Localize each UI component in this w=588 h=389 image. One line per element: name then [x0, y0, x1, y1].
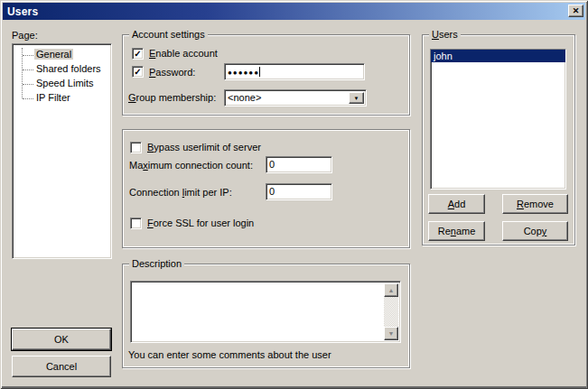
description-textarea[interactable]: ▲ ▼ — [130, 281, 401, 343]
group-membership-dropdown[interactable]: <none> ▼ — [224, 89, 367, 107]
enable-account-label: Enable account — [149, 48, 218, 59]
title-bar[interactable]: Users ✕ — [3, 3, 585, 20]
users-dialog: Users ✕ Page: General Shared folders Spe… — [0, 0, 588, 389]
tree-item-general[interactable]: General — [13, 48, 111, 62]
add-user-label: Add — [448, 199, 466, 209]
dropdown-selected-value: <none> — [228, 92, 261, 103]
description-value — [131, 282, 136, 285]
close-icon[interactable]: ✕ — [568, 5, 583, 17]
page-label: Page: — [12, 30, 38, 41]
tree-item-label[interactable]: Shared folders — [34, 63, 103, 74]
account-settings-group: Account settings ✓ Enable account ✓ Pass… — [122, 34, 410, 116]
ok-button[interactable]: OK — [12, 329, 111, 350]
max-connection-count-input[interactable]: 0 — [266, 156, 332, 173]
remove-user-label: Remove — [517, 199, 554, 209]
force-ssl-label: Force SSL for user login — [147, 218, 254, 228]
description-hint: You can enter some comments about the us… — [128, 349, 331, 360]
password-masked-value: ●●●●●● — [228, 69, 259, 77]
text-caret — [259, 67, 260, 77]
tree-branch-icon — [23, 98, 33, 99]
remove-user-button[interactable]: Remove — [502, 194, 568, 214]
max-connection-count-label: Maximum connection count: — [129, 160, 253, 171]
description-group: Description ▲ ▼ You can enter some comme… — [122, 264, 410, 368]
connection-limit-per-ip-label: Connection limit per IP: — [129, 187, 232, 198]
copy-user-label: Copy — [524, 226, 547, 236]
enable-account-checkbox[interactable]: ✓ — [132, 48, 144, 60]
force-ssl-checkbox[interactable] — [130, 218, 142, 229]
users-group-title: Users — [429, 29, 461, 40]
tree-item-label[interactable]: Speed Limits — [34, 78, 96, 88]
tree-item-ip-filter[interactable]: IP Filter — [13, 91, 111, 106]
bypass-userlimit-checkbox[interactable] — [130, 142, 142, 153]
password-checkbox[interactable]: ✓ — [132, 66, 144, 78]
users-group: Users john Add Remove Rename Copy — [422, 34, 575, 245]
cancel-label: Cancel — [46, 361, 77, 372]
users-listbox[interactable]: john — [430, 49, 566, 190]
tree-branch-icon — [23, 69, 33, 70]
checkmark-icon: ✓ — [134, 67, 141, 77]
password-label: Password: — [149, 67, 195, 78]
tree-branch-icon — [23, 84, 33, 85]
vertical-scrollbar[interactable]: ▲ ▼ — [384, 283, 398, 340]
tree-item-label[interactable]: IP Filter — [34, 92, 72, 103]
tree-item-label[interactable]: General — [34, 49, 73, 60]
ok-label: OK — [54, 334, 69, 345]
connection-limit-per-ip-input[interactable]: 0 — [266, 183, 332, 200]
tree-branch-icon — [23, 55, 33, 56]
scroll-down-icon[interactable]: ▼ — [384, 327, 398, 340]
connection-limits-group: Bypass userlimit of server Maximum conne… — [122, 129, 410, 248]
account-settings-title: Account settings — [129, 29, 208, 40]
checkmark-icon: ✓ — [134, 49, 141, 59]
scroll-up-icon[interactable]: ▲ — [384, 283, 398, 297]
copy-user-button[interactable]: Copy — [502, 221, 568, 241]
page-tree: General Shared folders Speed Limits IP F… — [12, 43, 112, 259]
rename-user-button[interactable]: Rename — [428, 221, 485, 241]
group-membership-label: Group membership: — [128, 92, 216, 103]
add-user-button[interactable]: Add — [428, 194, 485, 214]
window-title: Users — [3, 5, 38, 18]
cancel-button[interactable]: Cancel — [12, 356, 111, 377]
tree-item-speed-limits[interactable]: Speed Limits — [13, 77, 111, 91]
rename-user-label: Rename — [438, 226, 476, 236]
dropdown-arrow-icon[interactable]: ▼ — [349, 92, 364, 104]
tree-item-shared-folders[interactable]: Shared folders — [13, 62, 111, 77]
bypass-userlimit-label: Bypass userlimit of server — [147, 142, 261, 153]
description-title: Description — [129, 258, 184, 269]
user-list-item[interactable]: john — [431, 50, 565, 62]
password-input[interactable]: ●●●●●● — [224, 63, 365, 80]
